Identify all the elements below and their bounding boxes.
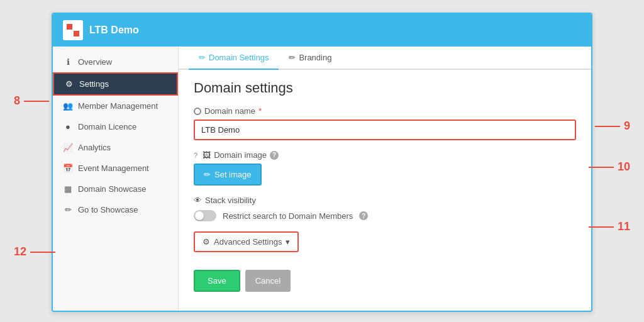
sidebar-item-domain-licence[interactable]: ● Domain Licence: [53, 116, 178, 137]
stack-visibility-group: 👁 Stack visibility Restrict search to Do…: [194, 196, 576, 221]
group-icon: 👥: [63, 101, 73, 111]
domain-name-label: Domain name *: [194, 106, 576, 116]
tab-domain-settings[interactable]: ✏ Domain Settings: [189, 47, 279, 70]
logo: [63, 20, 83, 40]
callout-11: 11: [589, 220, 630, 233]
restrict-search-row: Restrict search to Domain Members ?: [194, 210, 576, 221]
calendar-icon: 📅: [63, 164, 73, 173]
sidebar: ℹ Overview ⚙ Settings 👥 Member Managemen…: [53, 47, 179, 311]
sidebar-item-analytics[interactable]: 📈 Analytics: [53, 137, 178, 158]
domain-name-group: Domain name *: [194, 106, 576, 140]
domain-image-help-icon[interactable]: ?: [270, 151, 279, 160]
grid-icon: ▦: [63, 184, 73, 194]
header-title: LTB Demo: [89, 25, 139, 36]
gear-icon: ⚙: [64, 79, 74, 89]
restrict-search-toggle[interactable]: [194, 210, 216, 221]
action-row: Save Cancel: [194, 265, 576, 292]
page-title: Domain settings: [194, 80, 576, 96]
stack-visibility-label: 👁 Stack visibility: [194, 196, 576, 205]
callout-8: 8: [14, 94, 49, 108]
sidebar-item-go-to-showcase[interactable]: ✏ Go to Showcase: [53, 199, 178, 220]
restrict-search-label: Restrict search to Domain Members: [223, 211, 353, 221]
circle-icon: ●: [63, 122, 73, 131]
sidebar-item-settings[interactable]: ⚙ Settings: [53, 72, 178, 96]
advanced-settings-button[interactable]: ⚙ Advanced Settings ▾: [194, 231, 299, 252]
restrict-search-help-icon[interactable]: ?: [359, 211, 368, 220]
domain-image-label: 🖼 Domain image ?: [203, 150, 279, 160]
save-button[interactable]: Save: [194, 270, 240, 292]
header: LTB Demo: [53, 14, 591, 47]
sidebar-item-event-management[interactable]: 📅 Event Management: [53, 158, 178, 179]
set-image-icon: ✏: [204, 170, 211, 179]
sidebar-item-domain-showcase[interactable]: ▦ Domain Showcase: [53, 179, 178, 199]
eye-icon: 👁: [194, 196, 202, 205]
info-icon: ℹ: [63, 57, 73, 67]
branding-tab-icon: ✏: [289, 53, 296, 62]
required-indicator: *: [258, 106, 262, 116]
info-small-icon: ?: [194, 152, 197, 159]
set-image-button[interactable]: ✏ Set image: [194, 164, 262, 186]
domain-image-group: ? 🖼 Domain image ? ✏ Set image: [194, 150, 576, 186]
chart-icon: 📈: [63, 143, 73, 152]
callout-10: 10: [589, 160, 630, 174]
content-area: Domain settings Domain name * ?: [179, 70, 591, 302]
domain-settings-tab-icon: ✏: [199, 53, 206, 62]
advanced-settings-group: ⚙ Advanced Settings ▾: [194, 231, 576, 252]
tab-branding[interactable]: ✏ Branding: [279, 47, 341, 70]
sidebar-item-member-management[interactable]: 👥 Member Management: [53, 96, 178, 116]
callout-12: 12: [14, 245, 55, 258]
main-container: LTB Demo ℹ Overview ⚙ Settings 👥 Member …: [52, 13, 592, 312]
cancel-button[interactable]: Cancel: [245, 270, 291, 292]
gear-settings-icon: ⚙: [203, 237, 210, 247]
tabs: ✏ Domain Settings ✏ Branding: [179, 47, 591, 70]
sidebar-item-overview[interactable]: ℹ Overview: [53, 52, 178, 72]
edit-icon: ✏: [63, 205, 73, 214]
main-content: ✏ Domain Settings ✏ Branding Domain sett…: [179, 47, 591, 311]
callout-9: 9: [595, 119, 630, 133]
chevron-down-icon: ▾: [286, 237, 290, 247]
domain-name-input[interactable]: [194, 119, 576, 140]
body-layout: ℹ Overview ⚙ Settings 👥 Member Managemen…: [53, 47, 591, 311]
